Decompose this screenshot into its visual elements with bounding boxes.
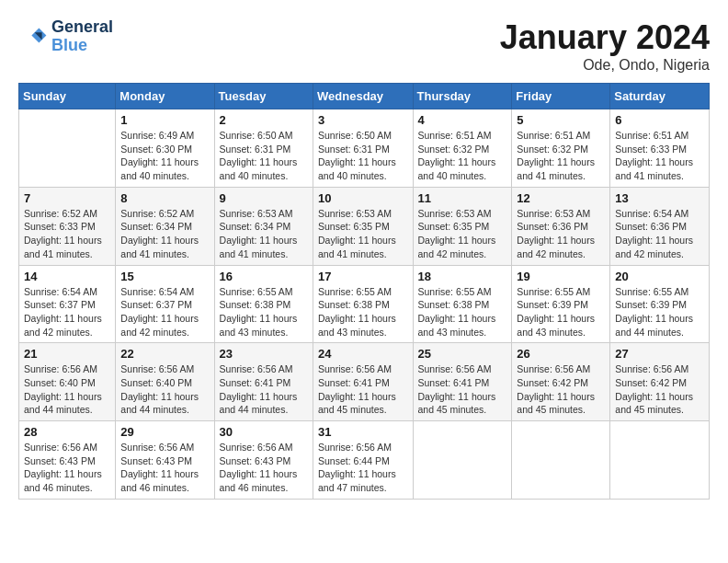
day-number: 14 bbox=[24, 270, 110, 283]
weekday-header: Monday bbox=[116, 84, 214, 109]
calendar-cell: 10 Sunrise: 6:53 AMSunset: 6:35 PMDaylig… bbox=[313, 187, 413, 265]
day-info: Sunrise: 6:56 AMSunset: 6:40 PMDaylight:… bbox=[24, 363, 102, 415]
day-number: 3 bbox=[318, 113, 407, 127]
day-info: Sunrise: 6:53 AMSunset: 6:35 PMDaylight:… bbox=[318, 208, 396, 259]
day-info: Sunrise: 6:54 AMSunset: 6:36 PMDaylight:… bbox=[615, 208, 693, 259]
day-info: Sunrise: 6:56 AMSunset: 6:42 PMDaylight:… bbox=[517, 363, 595, 415]
day-number: 25 bbox=[418, 347, 507, 361]
calendar-cell: 3 Sunrise: 6:50 AMSunset: 6:31 PMDayligh… bbox=[313, 109, 413, 188]
day-info: Sunrise: 6:54 AMSunset: 6:37 PMDaylight:… bbox=[120, 286, 199, 338]
calendar-cell: 27 Sunrise: 6:56 AMSunset: 6:42 PMDaylig… bbox=[610, 343, 710, 421]
calendar-cell: 15 Sunrise: 6:54 AMSunset: 6:37 PMDaylig… bbox=[116, 265, 214, 343]
day-info: Sunrise: 6:56 AMSunset: 6:41 PMDaylight:… bbox=[318, 363, 396, 415]
calendar-cell: 4 Sunrise: 6:51 AMSunset: 6:32 PMDayligh… bbox=[413, 109, 512, 188]
day-info: Sunrise: 6:56 AMSunset: 6:44 PMDaylight:… bbox=[318, 442, 396, 493]
day-number: 24 bbox=[318, 347, 407, 361]
day-number: 18 bbox=[418, 270, 507, 283]
day-number: 9 bbox=[220, 191, 308, 205]
calendar-cell: 19 Sunrise: 6:55 AMSunset: 6:39 PMDaylig… bbox=[512, 265, 610, 343]
calendar-cell: 21 Sunrise: 6:56 AMSunset: 6:40 PMDaylig… bbox=[19, 343, 116, 421]
calendar-cell bbox=[610, 421, 710, 500]
weekday-header: Friday bbox=[512, 84, 610, 109]
day-info: Sunrise: 6:52 AMSunset: 6:34 PMDaylight:… bbox=[120, 208, 199, 259]
day-info: Sunrise: 6:55 AMSunset: 6:38 PMDaylight:… bbox=[220, 286, 298, 338]
day-number: 10 bbox=[318, 191, 407, 205]
calendar-cell: 12 Sunrise: 6:53 AMSunset: 6:36 PMDaylig… bbox=[512, 187, 610, 265]
calendar-cell: 29 Sunrise: 6:56 AMSunset: 6:43 PMDaylig… bbox=[116, 421, 214, 500]
calendar-cell: 17 Sunrise: 6:55 AMSunset: 6:38 PMDaylig… bbox=[313, 265, 413, 343]
day-info: Sunrise: 6:52 AMSunset: 6:33 PMDaylight:… bbox=[24, 208, 102, 259]
day-number: 26 bbox=[517, 347, 605, 361]
calendar-cell bbox=[413, 421, 512, 500]
calendar-cell: 7 Sunrise: 6:52 AMSunset: 6:33 PMDayligh… bbox=[19, 187, 116, 265]
day-info: Sunrise: 6:51 AMSunset: 6:32 PMDaylight:… bbox=[517, 130, 595, 181]
day-number: 15 bbox=[120, 270, 209, 283]
calendar-cell: 23 Sunrise: 6:56 AMSunset: 6:41 PMDaylig… bbox=[214, 343, 313, 421]
calendar-cell: 1 Sunrise: 6:49 AMSunset: 6:30 PMDayligh… bbox=[116, 109, 214, 188]
calendar-week-row: 1 Sunrise: 6:49 AMSunset: 6:30 PMDayligh… bbox=[19, 109, 710, 188]
day-info: Sunrise: 6:53 AMSunset: 6:36 PMDaylight:… bbox=[517, 208, 595, 259]
day-number: 13 bbox=[615, 191, 704, 205]
day-info: Sunrise: 6:56 AMSunset: 6:43 PMDaylight:… bbox=[220, 442, 298, 493]
day-info: Sunrise: 6:50 AMSunset: 6:31 PMDaylight:… bbox=[220, 130, 298, 181]
calendar-week-row: 7 Sunrise: 6:52 AMSunset: 6:33 PMDayligh… bbox=[19, 187, 710, 265]
weekday-header: Sunday bbox=[19, 84, 116, 109]
day-info: Sunrise: 6:50 AMSunset: 6:31 PMDaylight:… bbox=[318, 130, 396, 181]
day-info: Sunrise: 6:51 AMSunset: 6:32 PMDaylight:… bbox=[418, 130, 496, 181]
calendar-cell: 22 Sunrise: 6:56 AMSunset: 6:40 PMDaylig… bbox=[116, 343, 214, 421]
calendar-cell: 14 Sunrise: 6:54 AMSunset: 6:37 PMDaylig… bbox=[19, 265, 116, 343]
day-number: 17 bbox=[318, 270, 407, 283]
calendar-cell: 26 Sunrise: 6:56 AMSunset: 6:42 PMDaylig… bbox=[512, 343, 610, 421]
day-info: Sunrise: 6:55 AMSunset: 6:38 PMDaylight:… bbox=[318, 286, 396, 338]
calendar-cell: 5 Sunrise: 6:51 AMSunset: 6:32 PMDayligh… bbox=[512, 109, 610, 188]
day-info: Sunrise: 6:53 AMSunset: 6:34 PMDaylight:… bbox=[220, 208, 298, 259]
calendar-cell: 6 Sunrise: 6:51 AMSunset: 6:33 PMDayligh… bbox=[610, 109, 710, 188]
calendar-cell: 31 Sunrise: 6:56 AMSunset: 6:44 PMDaylig… bbox=[313, 421, 413, 500]
day-number: 20 bbox=[615, 270, 704, 283]
calendar-cell: 20 Sunrise: 6:55 AMSunset: 6:39 PMDaylig… bbox=[610, 265, 710, 343]
day-number: 5 bbox=[517, 113, 605, 127]
logo-text: General Blue bbox=[51, 18, 113, 55]
day-number: 28 bbox=[24, 425, 110, 439]
calendar-week-row: 21 Sunrise: 6:56 AMSunset: 6:40 PMDaylig… bbox=[19, 343, 710, 421]
day-info: Sunrise: 6:53 AMSunset: 6:35 PMDaylight:… bbox=[418, 208, 496, 259]
day-info: Sunrise: 6:54 AMSunset: 6:37 PMDaylight:… bbox=[24, 286, 102, 338]
day-number: 31 bbox=[318, 425, 407, 439]
calendar-cell: 18 Sunrise: 6:55 AMSunset: 6:38 PMDaylig… bbox=[413, 265, 512, 343]
day-number: 4 bbox=[418, 113, 507, 127]
calendar-cell: 28 Sunrise: 6:56 AMSunset: 6:43 PMDaylig… bbox=[19, 421, 116, 500]
calendar-week-row: 28 Sunrise: 6:56 AMSunset: 6:43 PMDaylig… bbox=[19, 421, 710, 500]
day-number: 6 bbox=[615, 113, 704, 127]
calendar-week-row: 14 Sunrise: 6:54 AMSunset: 6:37 PMDaylig… bbox=[19, 265, 710, 343]
calendar-table: SundayMondayTuesdayWednesdayThursdayFrid… bbox=[18, 83, 710, 500]
day-number: 7 bbox=[24, 191, 110, 205]
day-info: Sunrise: 6:56 AMSunset: 6:43 PMDaylight:… bbox=[24, 442, 102, 493]
day-number: 21 bbox=[24, 347, 110, 361]
day-info: Sunrise: 6:56 AMSunset: 6:41 PMDaylight:… bbox=[220, 363, 298, 415]
calendar-cell bbox=[512, 421, 610, 500]
day-number: 30 bbox=[220, 425, 308, 439]
calendar-cell: 13 Sunrise: 6:54 AMSunset: 6:36 PMDaylig… bbox=[610, 187, 710, 265]
day-number: 23 bbox=[220, 347, 308, 361]
day-number: 27 bbox=[615, 347, 704, 361]
day-number: 12 bbox=[517, 191, 605, 205]
calendar-cell: 8 Sunrise: 6:52 AMSunset: 6:34 PMDayligh… bbox=[116, 187, 214, 265]
calendar-cell: 9 Sunrise: 6:53 AMSunset: 6:34 PMDayligh… bbox=[214, 187, 313, 265]
calendar-cell: 30 Sunrise: 6:56 AMSunset: 6:43 PMDaylig… bbox=[214, 421, 313, 500]
page-header: General Blue January 2024 Ode, Ondo, Nig… bbox=[18, 18, 710, 74]
day-number: 19 bbox=[517, 270, 605, 283]
weekday-header: Wednesday bbox=[313, 84, 413, 109]
calendar-cell: 25 Sunrise: 6:56 AMSunset: 6:41 PMDaylig… bbox=[413, 343, 512, 421]
day-info: Sunrise: 6:56 AMSunset: 6:40 PMDaylight:… bbox=[120, 363, 199, 415]
location: Ode, Ondo, Nigeria bbox=[500, 57, 710, 74]
calendar-cell bbox=[19, 109, 116, 188]
day-info: Sunrise: 6:55 AMSunset: 6:39 PMDaylight:… bbox=[517, 286, 595, 338]
weekday-header: Saturday bbox=[610, 84, 710, 109]
day-info: Sunrise: 6:55 AMSunset: 6:38 PMDaylight:… bbox=[418, 286, 496, 338]
day-info: Sunrise: 6:55 AMSunset: 6:39 PMDaylight:… bbox=[615, 286, 693, 338]
calendar-cell: 24 Sunrise: 6:56 AMSunset: 6:41 PMDaylig… bbox=[313, 343, 413, 421]
day-number: 29 bbox=[120, 425, 209, 439]
day-number: 11 bbox=[418, 191, 507, 205]
day-number: 1 bbox=[120, 113, 209, 127]
weekday-header: Thursday bbox=[413, 84, 512, 109]
